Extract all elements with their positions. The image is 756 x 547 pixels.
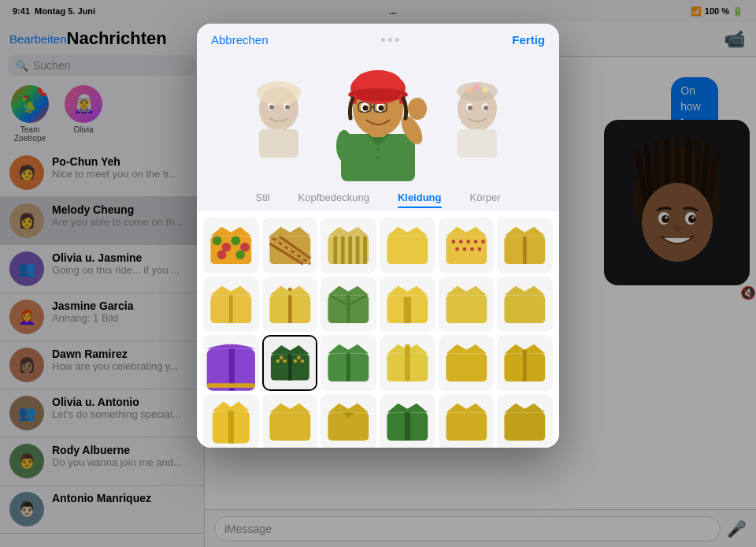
svg-rect-143 [446,413,487,441]
memoji-preview-row [197,53,559,187]
clothing-item-8[interactable] [321,277,376,333]
clothing-item-1[interactable] [262,218,318,274]
tab-stil[interactable]: Stil [241,187,284,208]
modal-header: Abbrechen Fertig [197,24,559,53]
svg-point-27 [376,148,380,151]
tab-koerper[interactable]: Körper [456,187,515,208]
svg-point-39 [363,106,369,111]
svg-point-118 [293,359,296,363]
progress-dots [381,38,399,42]
svg-point-51 [484,106,488,110]
svg-rect-114 [288,351,291,381]
clothing-grid [197,211,559,448]
svg-point-63 [235,250,245,259]
svg-rect-75 [356,236,360,264]
svg-point-24 [257,81,301,105]
clothing-item-6[interactable] [203,277,259,333]
svg-rect-111 [207,384,255,389]
svg-point-58 [213,236,222,246]
clothing-item-13[interactable] [262,335,318,391]
clothing-item-3[interactable] [380,218,435,274]
clothing-item-18[interactable] [203,394,259,448]
svg-rect-141 [405,409,410,441]
tab-kopfbedeckung[interactable]: Kopfbedeckung [284,187,384,208]
svg-rect-105 [446,295,487,322]
svg-rect-19 [259,129,298,158]
svg-rect-92 [523,236,527,264]
clothing-item-10[interactable] [439,277,495,333]
clothing-item-14[interactable] [321,335,376,391]
cancel-button[interactable]: Abbrechen [211,33,269,47]
tab-kleidung[interactable]: Kleidung [384,187,456,208]
svg-rect-74 [349,236,353,264]
svg-point-28 [376,156,380,159]
svg-rect-107 [505,295,546,322]
svg-rect-126 [405,344,410,381]
svg-point-43 [348,88,408,101]
clothing-item-4[interactable] [439,218,495,274]
svg-rect-78 [387,236,428,264]
svg-point-22 [269,105,274,110]
svg-point-84 [473,240,477,244]
modal-overlay: Abbrechen Fertig [0,0,756,547]
svg-rect-47 [458,129,497,158]
svg-point-54 [474,84,480,90]
clothing-item-19[interactable] [262,394,318,448]
svg-point-62 [217,250,227,259]
svg-rect-103 [404,297,411,323]
clothing-item-2[interactable] [321,218,376,274]
clothing-item-22[interactable] [439,394,495,448]
svg-point-119 [297,356,300,359]
memoji-editor-modal: Abbrechen Fertig [197,24,559,448]
svg-point-26 [376,140,380,143]
dot-3 [395,38,399,42]
svg-rect-72 [334,236,338,264]
svg-rect-76 [363,236,367,264]
svg-rect-95 [229,292,233,323]
svg-point-55 [482,87,488,93]
memoji-left-preview [243,75,314,162]
clothing-item-9[interactable] [380,277,435,333]
svg-point-53 [466,87,472,93]
clothing-item-21[interactable] [380,394,435,448]
svg-point-117 [283,359,286,363]
svg-point-81 [451,240,455,244]
clothing-item-5[interactable] [497,218,553,274]
clothing-item-16[interactable] [439,335,495,391]
clothing-item-0[interactable] [203,218,259,274]
svg-point-23 [285,105,290,110]
category-tabs: Stil Kopfbedeckung Kleidung Körper [197,187,559,211]
svg-rect-128 [446,354,487,381]
svg-point-60 [231,236,240,246]
clothing-item-15[interactable] [380,335,435,391]
memoji-right-preview [442,75,513,162]
svg-point-87 [462,247,466,251]
svg-point-31 [336,130,352,162]
dot-2 [388,38,392,42]
svg-rect-123 [346,350,350,381]
svg-point-50 [468,106,472,110]
clothing-item-11[interactable] [497,277,553,333]
svg-rect-136 [269,413,310,441]
svg-point-83 [466,240,470,244]
dot-1 [381,38,385,42]
svg-point-85 [481,240,485,244]
svg-rect-131 [523,350,527,381]
memoji-center-preview [327,59,429,177]
svg-rect-145 [505,413,546,441]
clothing-item-17[interactable] [497,335,553,391]
done-button[interactable]: Fertig [512,33,545,47]
svg-point-89 [477,247,481,251]
clothing-item-23[interactable] [497,394,553,448]
svg-point-40 [379,106,384,111]
svg-point-115 [276,359,279,363]
svg-point-30 [408,98,427,120]
svg-point-88 [470,247,474,251]
clothing-item-20[interactable] [321,394,376,448]
svg-point-120 [300,359,303,363]
clothing-item-12[interactable] [203,335,259,391]
svg-point-82 [459,240,463,244]
clothing-item-7[interactable] [262,277,318,333]
svg-point-86 [455,247,459,251]
svg-rect-73 [341,236,345,264]
